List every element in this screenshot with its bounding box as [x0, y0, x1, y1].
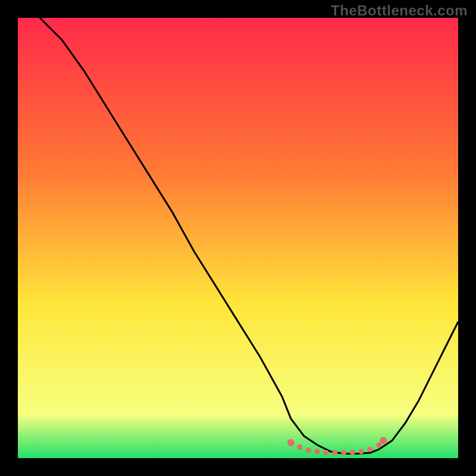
gradient-background: [18, 18, 458, 458]
marker-dot: [297, 444, 302, 450]
marker-dot: [287, 439, 295, 446]
marker-dot: [376, 442, 381, 447]
chart-frame: TheBottleneck.com: [0, 0, 476, 476]
marker-dot: [380, 437, 387, 444]
marker-dot: [368, 447, 373, 452]
marker-dot: [359, 449, 364, 454]
marker-dot: [324, 450, 329, 455]
chart-svg: [18, 18, 458, 458]
watermark-text: TheBottleneck.com: [331, 2, 468, 19]
marker-dot: [332, 450, 337, 456]
marker-dot: [306, 447, 311, 453]
marker-dot: [315, 449, 320, 454]
marker-dot: [350, 450, 355, 455]
plot-area: [18, 18, 458, 458]
marker-dot: [341, 450, 346, 456]
